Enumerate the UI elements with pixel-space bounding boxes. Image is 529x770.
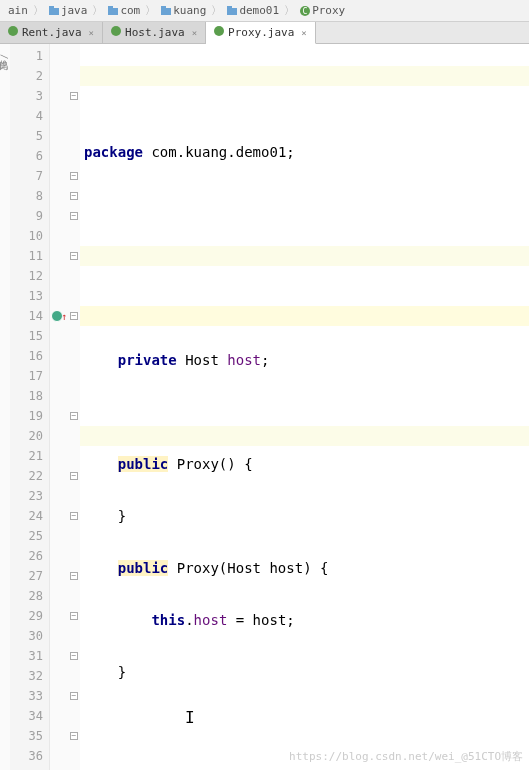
code-line [84,766,529,770]
tab-proxy[interactable]: Proxy.java × [206,22,316,44]
breadcrumb-demo01[interactable]: demo01 [223,4,283,17]
fold-row: − [68,246,80,266]
fold-toggle-icon[interactable]: − [70,612,78,620]
fold-toggle-icon[interactable]: − [70,512,78,520]
line-number: 18 [10,386,43,406]
gutter-marker-row [50,346,68,366]
fold-row [68,226,80,246]
gutter-marker-row [50,186,68,206]
line-number: 1 [10,46,43,66]
fold-row [68,326,80,346]
fold-toggle-icon[interactable]: − [70,412,78,420]
fold-row [68,386,80,406]
line-number: 32 [10,666,43,686]
line-number: 10 [10,226,43,246]
fold-row [68,526,80,546]
svg-rect-4 [161,8,171,15]
fold-row [68,126,80,146]
line-number: 29 [10,606,43,626]
code-line: } [84,506,529,526]
tab-rent[interactable]: Rent.java × [0,22,103,43]
gutter-marker-row [50,66,68,86]
breadcrumb-proxy[interactable]: C Proxy [296,4,349,17]
fold-toggle-icon[interactable]: − [70,212,78,220]
gutter-marker-row [50,406,68,426]
gutter-marker-row [50,506,68,526]
svg-rect-2 [108,8,118,15]
fold-toggle-icon[interactable]: − [70,312,78,320]
close-icon[interactable]: × [192,28,197,38]
close-icon[interactable]: × [301,28,306,38]
fold-row [68,546,80,566]
line-number: 9 [10,206,43,226]
fold-row: − [68,306,80,326]
line-number: 35 [10,726,43,746]
line-number: 2 [10,66,43,86]
gutter-marker-row [50,546,68,566]
code-line [84,194,529,214]
line-number: 33 [10,686,43,706]
breadcrumb-label: com [120,4,140,17]
line-number: 5 [10,126,43,146]
breadcrumb-label: java [61,4,88,17]
gutter-marker-row [50,86,68,106]
fold-toggle-icon[interactable]: − [70,572,78,580]
fold-row [68,746,80,766]
breadcrumb-kuang[interactable]: kuang [157,4,210,17]
line-number: 27 [10,566,43,586]
line-number: 8 [10,186,43,206]
close-icon[interactable]: × [89,28,94,38]
fold-row [68,666,80,686]
left-status-column: 比码/s [0,44,10,770]
fold-row [68,366,80,386]
line-number: 23 [10,486,43,506]
code-line: package com.kuang.demo01; [84,142,529,162]
fold-row [68,106,80,126]
breadcrumb-com[interactable]: com [104,4,144,17]
gutter-marker-row [50,46,68,66]
fold-toggle-icon[interactable]: − [70,692,78,700]
fold-toggle-icon[interactable]: − [70,252,78,260]
breadcrumb-sep: 〉 [145,3,156,18]
breadcrumb-java[interactable]: java [45,4,92,17]
fold-toggle-icon[interactable]: − [70,172,78,180]
line-number: 22 [10,466,43,486]
status-text: 比码/s [0,54,10,65]
current-line-highlight [80,306,529,326]
fold-toggle-icon[interactable]: − [70,652,78,660]
fold-row [68,626,80,646]
editor-area: 比码/s 12345678910111213141516171819202122… [0,44,529,770]
line-number: 4 [10,106,43,126]
fold-row [68,586,80,606]
fold-row: − [68,566,80,586]
line-number: 20 [10,426,43,446]
gutter-marker-row [50,746,68,766]
line-number: 25 [10,526,43,546]
gutter-marker-row [50,246,68,266]
fold-toggle-icon[interactable]: − [70,192,78,200]
line-highlight [80,246,529,266]
gutter-marker-row [50,206,68,226]
gutter-marker-row [50,386,68,406]
code-line: } [84,662,529,682]
code-content[interactable]: package com.kuang.demo01; public class P… [80,44,529,770]
fold-toggle-icon[interactable]: − [70,92,78,100]
fold-row: − [68,686,80,706]
fold-row: − [68,506,80,526]
fold-row [68,286,80,306]
fold-row [68,426,80,446]
svg-rect-1 [49,6,54,9]
line-number: 28 [10,586,43,606]
line-number: 31 [10,646,43,666]
tab-label: Host.java [125,26,185,39]
gutter-marker-row [50,226,68,246]
tab-host[interactable]: Host.java × [103,22,206,43]
fold-row: − [68,166,80,186]
fold-toggle-icon[interactable]: − [70,732,78,740]
folder-icon [227,6,237,16]
fold-toggle-icon[interactable]: − [70,472,78,480]
fold-row [68,346,80,366]
fold-row: − [68,86,80,106]
line-number-gutter: 1234567891011121314151617181920212223242… [10,44,50,770]
line-number: 7 [10,166,43,186]
